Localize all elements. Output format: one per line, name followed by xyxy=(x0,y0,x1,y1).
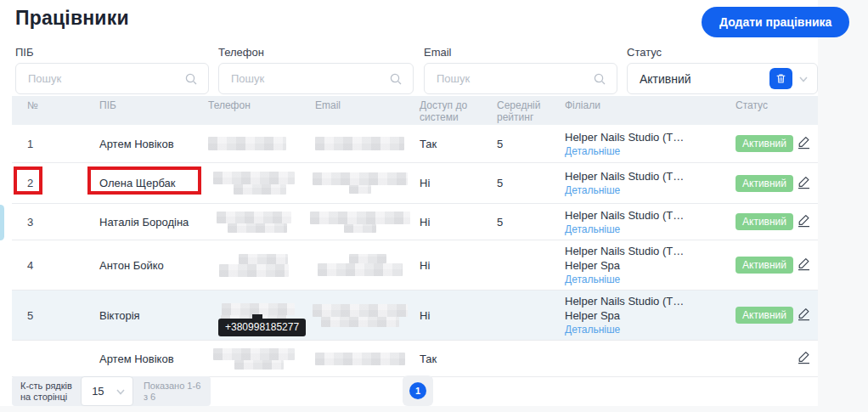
col-email: Email xyxy=(300,96,404,125)
filter-pib-label: ПІБ xyxy=(15,46,209,59)
filter-phone-label: Телефон xyxy=(218,46,414,59)
table-header-row: № ПІБ Телефон Email Доступ до системи Се… xyxy=(12,96,818,125)
filter-email: Email xyxy=(424,46,617,94)
table-row[interactable]: Артем Новіков Так xyxy=(12,341,818,377)
system-access: Ні xyxy=(420,177,430,189)
email-redacted xyxy=(300,163,404,203)
edit-button[interactable] xyxy=(795,173,813,194)
employee-name: Наталія Бородіна xyxy=(99,216,189,229)
branches-cell: Helper Nails Studio (T… Helper Spa Детал… xyxy=(550,291,720,340)
avg-rating: 5 xyxy=(497,177,503,189)
branches-cell xyxy=(550,341,720,376)
system-access: Ні xyxy=(420,259,430,272)
rows-per-page-label: К-сть рядків на сторінці xyxy=(20,381,72,403)
rows-per-page-value: 15 xyxy=(82,385,115,398)
trash-icon xyxy=(775,73,786,84)
table-row[interactable]: 2 Олена Щербак Ні 5 Helper Nails Studio … xyxy=(12,163,818,204)
branch-name: Helper Nails Studio (T… xyxy=(565,169,684,183)
email-redacted xyxy=(300,291,404,340)
branches-cell: Helper Nails Studio (T… Детальніше xyxy=(550,125,720,162)
details-link[interactable]: Детальніше xyxy=(565,183,620,197)
col-phone: Телефон xyxy=(193,96,300,125)
row-number: 1 xyxy=(27,138,33,150)
sidebar-active-item-sliver xyxy=(0,205,4,240)
col-status: Статус xyxy=(720,96,780,125)
details-link[interactable]: Детальніше xyxy=(565,144,620,158)
details-link[interactable]: Детальніше xyxy=(565,273,620,286)
edit-button[interactable] xyxy=(795,348,813,369)
system-access: Ні xyxy=(420,216,430,229)
col-edit xyxy=(780,96,818,125)
page-1-button[interactable]: 1 xyxy=(409,382,426,399)
search-icon xyxy=(184,72,198,86)
edit-button[interactable] xyxy=(795,212,813,232)
branches-cell: Helper Nails Studio (T… Детальніше xyxy=(550,204,720,240)
email-redacted xyxy=(300,240,404,290)
details-link[interactable]: Детальніше xyxy=(565,323,620,336)
phone-redacted xyxy=(193,163,300,203)
phone-redacted xyxy=(193,125,300,162)
table-row[interactable]: 4 Антон Бойко Ні Helper Nails Studio (T…… xyxy=(12,240,818,291)
edit-button[interactable] xyxy=(795,255,813,275)
branch-name: Helper Nails Studio (T… xyxy=(565,208,684,223)
pib-search-input[interactable] xyxy=(16,72,184,85)
edit-button[interactable] xyxy=(795,305,813,325)
employee-name: Вікторія xyxy=(99,309,140,322)
pagination: 1 xyxy=(403,375,433,406)
system-access: Так xyxy=(420,138,437,150)
row-number: 5 xyxy=(27,309,33,322)
system-access: Ні xyxy=(420,309,430,322)
edit-button[interactable] xyxy=(795,133,813,154)
branches-cell: Helper Nails Studio (T… Helper Spa Детал… xyxy=(550,240,720,290)
col-rating: Середній рейтинг xyxy=(482,96,550,125)
search-icon xyxy=(389,72,403,86)
add-employee-button[interactable]: Додати працівника xyxy=(702,7,849,37)
branch-name: Helper Spa xyxy=(565,258,620,273)
row-number: 2 xyxy=(27,177,33,189)
avg-rating: 5 xyxy=(497,216,503,229)
table-row[interactable]: 5 Вікторія Ні Helper Nails Studio (T… He… xyxy=(12,291,818,341)
filter-pib: ПІБ xyxy=(15,46,209,94)
status-select[interactable]: Активний xyxy=(627,63,818,94)
shown-range-label: Показано 1-6 з 6 xyxy=(144,381,200,403)
filter-email-label: Email xyxy=(424,46,617,59)
filter-phone: Телефон xyxy=(218,46,414,94)
chevron-down-icon xyxy=(115,386,127,398)
pencil-icon xyxy=(797,307,811,321)
email-redacted xyxy=(300,341,404,376)
branch-name: Helper Nails Studio (T… xyxy=(565,294,684,308)
col-access: Доступ до системи xyxy=(404,96,482,125)
employees-table: № ПІБ Телефон Email Доступ до системи Се… xyxy=(12,96,818,377)
table-row[interactable]: 1 Артем Новіков Так 5 Helper Nails Studi… xyxy=(12,125,818,163)
table-row[interactable]: 3 Наталія Бородіна Ні 5 Helper Nails Stu… xyxy=(12,204,818,240)
email-redacted xyxy=(300,125,404,162)
rows-per-page-group: К-сть рядків на сторінці 15 Показано 1-6… xyxy=(12,376,211,406)
clear-status-button[interactable] xyxy=(769,68,792,89)
employee-name: Антон Бойко xyxy=(99,259,164,272)
pencil-icon xyxy=(797,175,811,189)
phone-redacted xyxy=(193,341,300,376)
pencil-icon xyxy=(797,135,811,150)
email-redacted xyxy=(300,204,404,240)
filter-status-label: Статус xyxy=(627,46,818,59)
page-title: Працівники xyxy=(15,7,129,30)
system-access: Так xyxy=(420,353,437,365)
email-search-input[interactable] xyxy=(425,72,593,85)
rows-per-page-select[interactable]: 15 xyxy=(81,376,133,406)
employee-name: Олена Щербак xyxy=(99,177,176,189)
avg-rating: 5 xyxy=(497,138,503,150)
phone-redacted xyxy=(193,240,300,290)
search-icon xyxy=(593,72,606,86)
branch-name: Helper Nails Studio (T… xyxy=(565,130,684,144)
col-pib: ПІБ xyxy=(84,96,193,125)
chevron-down-icon[interactable] xyxy=(798,73,809,85)
row-number: 3 xyxy=(27,216,33,229)
details-link[interactable]: Детальніше xyxy=(565,223,620,236)
status-select-value: Активний xyxy=(628,72,769,86)
col-no: № xyxy=(12,96,84,125)
branches-cell: Helper Nails Studio (T… Детальніше xyxy=(550,163,720,203)
pencil-icon xyxy=(797,257,811,271)
phone-search-input[interactable] xyxy=(219,72,389,85)
branch-name: Helper Nails Studio (T… xyxy=(565,244,684,258)
branch-name: Helper Spa xyxy=(565,308,620,323)
